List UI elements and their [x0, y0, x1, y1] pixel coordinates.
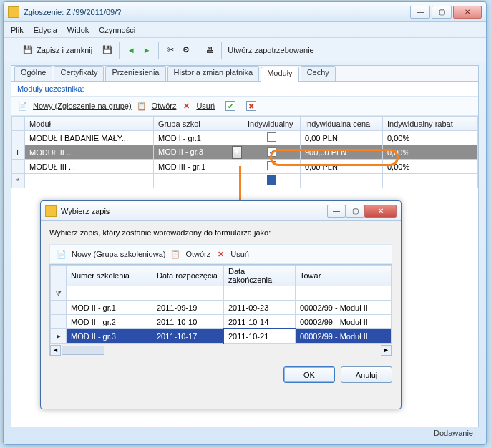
cell-ind[interactable] — [243, 131, 301, 145]
c-towar[interactable]: 00002/99 - Moduł II — [296, 315, 392, 329]
tools-icon[interactable]: ✂ — [165, 44, 176, 56]
check-on-icon[interactable]: ✔ — [225, 101, 235, 111]
cell-modul[interactable]: MODUŁ I BADANIE MAŁY... — [25, 131, 154, 145]
cell-grupa[interactable]: MOD I - gr.1 — [154, 131, 243, 145]
cell-grupa[interactable]: MOD II - gr.3▼ — [154, 145, 243, 160]
c-num[interactable]: MOD II - gr.1 — [67, 301, 152, 315]
tab-cechy[interactable]: Cechy — [301, 66, 336, 81]
menu-edit[interactable]: Edycja — [34, 26, 57, 34]
cell-price[interactable] — [301, 174, 383, 188]
dlg-hdr-num[interactable]: Numer szkolenia — [67, 266, 152, 286]
tab-ogolne[interactable]: Ogólne — [14, 66, 52, 81]
list-item[interactable]: MOD II - gr.2 2011-10-10 2011-10-14 0000… — [51, 315, 392, 329]
filter-start[interactable] — [152, 286, 224, 301]
filter-num[interactable] — [67, 286, 152, 301]
hdr-grupa[interactable]: Grupa szkol — [154, 117, 243, 131]
dialog-titlebar[interactable]: Wybierz zapis — ▢ ✕ — [41, 201, 401, 221]
c-start[interactable]: 2011-09-19 — [152, 301, 224, 315]
cell-grupa[interactable] — [154, 174, 243, 188]
tab-historia[interactable]: Historia zmian płatnika — [167, 66, 260, 81]
cell-modul[interactable]: MODUŁ III ... — [25, 160, 154, 174]
dropdown-icon[interactable]: ▼ — [232, 146, 242, 159]
cell-ind[interactable]: ✔ — [243, 145, 301, 160]
ok-button[interactable]: OK — [283, 366, 335, 383]
cell-ind[interactable] — [243, 160, 301, 174]
c-towar[interactable]: 00002/99 - Moduł II — [296, 329, 392, 344]
cell-price[interactable]: 0,00 PLN — [301, 131, 383, 145]
create-request-link[interactable]: Utwórz zapotrzebowanie — [228, 46, 313, 54]
checkbox[interactable] — [267, 132, 276, 142]
dialog-hscrollbar[interactable]: ◄ ► — [50, 344, 392, 356]
cell-price[interactable]: 900,00 PLN — [301, 145, 383, 160]
hdr-ind[interactable]: Indywidualny — [243, 117, 301, 131]
table-row[interactable]: MODUŁ I BADANIE MAŁY... MOD I - gr.1 0,0… — [12, 131, 478, 145]
cell-grupa[interactable]: MOD III - gr.1 — [154, 160, 243, 174]
checkbox-solid[interactable] — [267, 175, 276, 185]
new-group-link[interactable]: Nowy (Zgłoszenie na grupę) — [33, 102, 132, 110]
close-button[interactable]: ✕ — [453, 6, 482, 19]
list-item-selected[interactable]: ▸ MOD II - gr.3 2011-10-17 2011-10-21 00… — [51, 329, 392, 344]
filter-end[interactable] — [224, 286, 296, 301]
cell-rabat[interactable]: 0,00% — [383, 145, 478, 160]
c-end[interactable]: 2011-10-21 — [224, 329, 296, 344]
cell-modul[interactable]: MODUŁ II ... — [25, 145, 154, 160]
c-num[interactable]: MOD II - gr.2 — [67, 315, 152, 329]
cell-rabat[interactable]: 0,00% — [383, 160, 478, 174]
gear-icon[interactable]: ⚙ — [180, 44, 192, 56]
hdr-modul[interactable]: Moduł — [25, 117, 154, 131]
scroll-thumb[interactable] — [62, 346, 104, 355]
dlg-hdr-start[interactable]: Data rozpoczęcia — [152, 266, 224, 286]
table-row-selected[interactable]: I MODUŁ II ... MOD II - gr.3▼ ✔ 900,00 P… — [12, 145, 478, 160]
dialog-close[interactable]: ✕ — [364, 205, 397, 218]
c-end[interactable]: 2011-09-23 — [224, 301, 296, 315]
filter-towar[interactable] — [296, 286, 392, 301]
forward-icon[interactable]: ► — [141, 44, 152, 56]
dialog-grid[interactable]: Numer szkolenia Data rozpoczęcia Data za… — [50, 265, 392, 344]
cell-modul[interactable] — [25, 174, 154, 188]
titlebar[interactable]: Zgłoszenie: ZI/99/2011/09/? — ▢ ✕ — [4, 2, 486, 22]
menu-file[interactable]: Plik — [11, 26, 24, 34]
menu-view[interactable]: Widok — [67, 26, 89, 34]
open-link[interactable]: Otwórz — [152, 102, 177, 110]
minimize-button[interactable]: — — [410, 6, 430, 19]
cell-ind[interactable] — [243, 174, 301, 188]
dialog-minimize[interactable]: — — [327, 205, 346, 218]
c-end[interactable]: 2011-10-14 — [224, 315, 296, 329]
hdr-cena[interactable]: Indywidualna cena — [301, 117, 383, 131]
save-icon-2[interactable]: 💾 — [102, 44, 113, 56]
dlg-new-link[interactable]: Nowy (Grupa szkoleniowa) — [72, 250, 165, 258]
check-off-icon[interactable]: ✖ — [246, 101, 256, 111]
scroll-right-icon[interactable]: ► — [381, 345, 392, 356]
save-close-button[interactable]: 💾 Zapisz i zamknij — [17, 42, 97, 59]
cell-rabat[interactable]: 0,00% — [383, 131, 478, 145]
scroll-left-icon[interactable]: ◄ — [50, 345, 61, 356]
dlg-open-link[interactable]: Otwórz — [185, 250, 210, 258]
list-item[interactable]: MOD II - gr.1 2011-09-19 2011-09-23 0000… — [51, 301, 392, 315]
dialog-maximize[interactable]: ▢ — [346, 205, 364, 218]
c-start[interactable]: 2011-10-10 — [152, 315, 224, 329]
maximize-button[interactable]: ▢ — [432, 6, 452, 19]
hdr-rabat[interactable]: Indywidualny rabat — [383, 117, 478, 131]
modules-grid[interactable]: Moduł Grupa szkol Indywidualny Indywidua… — [11, 116, 478, 188]
tab-moduly[interactable]: Moduły — [261, 67, 298, 82]
dlg-hdr-end[interactable]: Data zakończenia — [224, 266, 296, 286]
table-row[interactable]: MODUŁ III ... MOD III - gr.1 0,00 PLN 0,… — [12, 160, 478, 174]
cell-rabat[interactable] — [383, 174, 478, 188]
menu-actions[interactable]: Czynności — [99, 26, 135, 34]
checkbox-checked[interactable]: ✔ — [267, 147, 276, 157]
checkbox[interactable] — [267, 161, 276, 170]
dlg-filter-row[interactable]: ⧩ — [51, 286, 392, 301]
cancel-button[interactable]: Anuluj — [341, 366, 392, 383]
tab-przeniesienia[interactable]: Przeniesienia — [105, 66, 165, 81]
c-towar[interactable]: 00002/99 - Moduł II — [296, 301, 392, 315]
delete-link[interactable]: Usuń — [196, 102, 215, 110]
cell-price[interactable]: 0,00 PLN — [301, 160, 383, 174]
tab-certyfikaty[interactable]: Certyfikaty — [54, 66, 104, 81]
table-row-new[interactable]: * — [12, 174, 478, 188]
back-icon[interactable]: ◄ — [125, 44, 137, 56]
dlg-delete-link[interactable]: Usuń — [230, 250, 249, 258]
c-num[interactable]: MOD II - gr.3 — [67, 329, 152, 344]
print-icon[interactable]: 🖶 — [204, 44, 215, 56]
dlg-hdr-towar[interactable]: Towar — [296, 266, 392, 286]
c-start[interactable]: 2011-10-17 — [152, 329, 224, 344]
